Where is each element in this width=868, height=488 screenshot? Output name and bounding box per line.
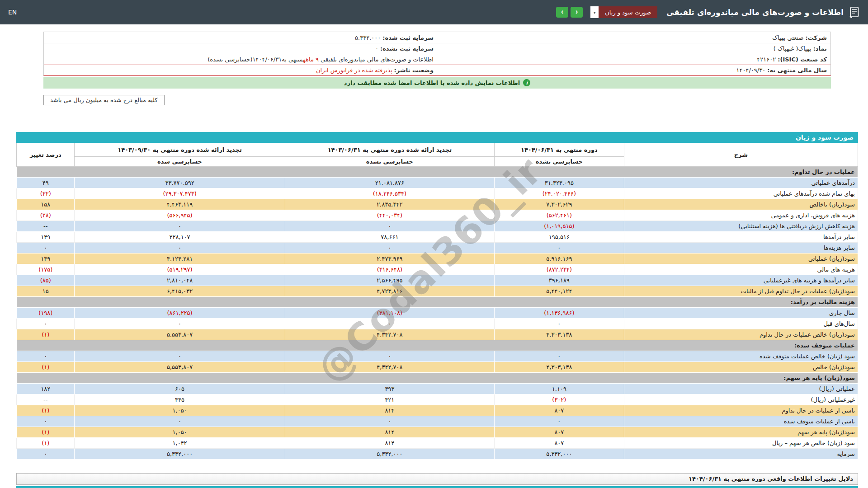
value-cell: ۰ bbox=[17, 449, 75, 460]
section-label: عملیات متوقف شده: bbox=[17, 340, 858, 351]
value-cell: ۰ bbox=[75, 319, 285, 329]
value-cell: ۰ bbox=[75, 221, 285, 232]
statement-row: سرمایه۵,۳۳۲,۰۰۰۵,۳۳۲,۰۰۰۵,۳۳۲,۰۰۰۰ bbox=[17, 449, 858, 460]
row-label: بهای تمام شده درآمدهای عملیاتی bbox=[624, 188, 858, 199]
value-cell: ۱۹۵,۵۱۶ bbox=[495, 232, 624, 243]
statement-row: سال‌های قبل۰۰۰۰ bbox=[17, 319, 858, 329]
signature-match-banner: i اطلاعات نمایش داده شده با اطلاعات امضا… bbox=[43, 77, 831, 89]
value-cell: (۴۴۰,۰۳۴) bbox=[285, 210, 494, 221]
value-cell: ۳۹۳ bbox=[285, 384, 494, 394]
statement-row: سود(زیان) عملیات در حال تداوم قبل از مال… bbox=[17, 286, 858, 297]
audit-status-restated-yearend: حسابرسی شده bbox=[75, 157, 285, 167]
statement-type-dropdown[interactable]: ▾ صورت سود و زیان bbox=[590, 6, 657, 18]
statement-row: ناشی از عملیات متوقف شده۰۰۰۰ bbox=[17, 416, 858, 427]
statement-report-icon bbox=[849, 6, 860, 18]
value-cell: ۰ bbox=[17, 351, 75, 362]
statement-row: ناشی از عملیات در حال تداوم۸۰۷۸۱۴۱,۰۵۰(۱… bbox=[17, 405, 858, 416]
company-info-row: کد صنعت (ISIC):۴۲۱۶۰۲اطلاعات و صورت‌های … bbox=[44, 54, 830, 65]
row-label: سایر درآمدها bbox=[624, 232, 858, 243]
statement-title: صورت سود و زیان bbox=[16, 132, 858, 143]
row-label: سال جاری bbox=[624, 308, 858, 319]
value-cell: ۱,۰۵۰ bbox=[75, 427, 285, 438]
row-label: ناشی از عملیات در حال تداوم bbox=[624, 405, 858, 416]
company-info-label: کد صنعت (ISIC): bbox=[778, 56, 827, 63]
value-cell: (۳۱۶,۶۴۸) bbox=[285, 264, 494, 275]
company-info-row: شرکت:صنعتي بهپاکسرمایه ثبت شده:۵,۳۳۲,۰۰۰ bbox=[44, 32, 830, 43]
row-label: هزینه های مالی bbox=[624, 264, 858, 275]
company-info-table: شرکت:صنعتي بهپاکسرمایه ثبت شده:۵,۳۳۲,۰۰۰… bbox=[43, 32, 831, 76]
statement-row: سال جاری(۱,۱۳۶,۹۸۶)(۳۸۱,۱۰۸)(۸۶۱,۲۲۵)(۱۹… bbox=[17, 308, 858, 319]
value-cell: ۸۰۷ bbox=[495, 438, 624, 449]
value-cell: ۴,۳۰۳,۱۳۸ bbox=[495, 362, 624, 373]
value-cell: ۸۰۷ bbox=[495, 427, 624, 438]
statement-row: سود (زیان) خالص عملیات متوقف شده۰۰۰۰ bbox=[17, 351, 858, 362]
value-cell: ۰ bbox=[75, 416, 285, 427]
value-cell: ۶,۴۱۵,۰۳۲ bbox=[75, 286, 285, 297]
statement-row: درآمدهای عملیاتی۳۱,۳۲۳,۰۹۵۲۱,۰۸۱,۸۷۶۳۳,۷… bbox=[17, 178, 858, 188]
company-info-cell: سرمایه ثبت شده:۵,۳۳۲,۰۰۰ bbox=[44, 34, 437, 41]
audit-status-restated-midyear: حسابرسی نشده bbox=[285, 157, 494, 167]
value-cell: (۵۶۲,۴۶۱) bbox=[495, 210, 624, 221]
company-info-label: سرمایه ثبت شده: bbox=[382, 34, 434, 41]
nav-back-button[interactable]: ‹ bbox=[556, 7, 568, 18]
value-cell: ۰ bbox=[285, 243, 494, 253]
row-label: سال‌های قبل bbox=[624, 319, 858, 329]
nav-forward-button[interactable]: › bbox=[571, 7, 583, 18]
company-info-cell: سال مالی منتهی به:۱۴۰۴/۰۹/۳۰ bbox=[437, 67, 830, 74]
row-label: ناشی از عملیات متوقف شده bbox=[624, 416, 858, 427]
value-cell: ۱,۰۵۰ bbox=[75, 405, 285, 416]
value-cell: ۴۴۵ bbox=[75, 394, 285, 405]
section-label: عملیات در حال تداوم: bbox=[17, 167, 858, 178]
value-cell: ۰ bbox=[495, 243, 624, 253]
next-section-bar bbox=[16, 486, 858, 488]
value-cell: ۰ bbox=[75, 351, 285, 362]
value-cell: ۷۸,۶۶۱ bbox=[285, 232, 494, 243]
row-label: سود(زیان) خالص عملیات در حال تداوم bbox=[624, 329, 858, 340]
value-cell: ۰ bbox=[495, 351, 624, 362]
row-label: سود (زیان) خالص هر سهم – ریال bbox=[624, 438, 858, 449]
company-info-cell: کد صنعت (ISIC):۴۲۱۶۰۲ bbox=[437, 56, 830, 63]
page-title: اطلاعات و صورت‌های مالی میاندوره‌ای تلفی… bbox=[666, 8, 844, 17]
info-icon: i bbox=[523, 79, 530, 86]
value-cell: (۸۷۲,۲۳۴) bbox=[495, 264, 624, 275]
section-row: هزینه مالیات بر درآمد: bbox=[17, 297, 858, 308]
statement-row: هزینه کاهش ارزش دریافتنی ها (هزینه استثن… bbox=[17, 221, 858, 232]
company-info-label: سرمایه ثبت نشده: bbox=[380, 45, 434, 52]
company-info-label: سال مالی منتهی به: bbox=[767, 67, 827, 74]
statement-row: سود(زیان) پایه هر سهم۸۰۷۸۱۴۱,۰۵۰(۱) bbox=[17, 427, 858, 438]
company-info-label: وضعیت ناشر: bbox=[394, 67, 434, 74]
statement-row: سود(زیان) خالص۴,۳۰۳,۱۳۸۴,۳۴۲,۷۰۸۵,۵۵۳,۸۰… bbox=[17, 362, 858, 373]
value-cell: ۶۰۵ bbox=[75, 384, 285, 394]
row-label: سایر درآمدها و هزینه های غیرعملیاتی bbox=[624, 275, 858, 286]
row-label: هزینه های فروش، اداری و عمومی bbox=[624, 210, 858, 221]
value-cell: (۲۹,۳۰۷,۴۷۳) bbox=[75, 188, 285, 199]
language-toggle[interactable]: EN bbox=[8, 9, 17, 16]
statement-row: بهای تمام شده درآمدهای عملیاتی(۲۴,۰۲۰,۴۶… bbox=[17, 188, 858, 199]
value-cell: -- bbox=[17, 394, 75, 405]
value-cell: ۳۳,۷۷۰,۵۹۲ bbox=[75, 178, 285, 188]
value-cell: ۳۹۶,۱۸۹ bbox=[495, 275, 624, 286]
company-info-row: سال مالی منتهی به:۱۴۰۴/۰۹/۳۰وضعیت ناشر:پ… bbox=[44, 65, 830, 75]
value-cell: ۰ bbox=[285, 221, 494, 232]
company-info-value: ۵,۳۳۲,۰۰۰ bbox=[355, 34, 381, 41]
value-cell: ۵,۵۵۳,۸۰۷ bbox=[75, 329, 285, 340]
value-cell: ۰ bbox=[495, 319, 624, 329]
value-cell: ۰ bbox=[285, 319, 494, 329]
value-cell: (۱) bbox=[17, 427, 75, 438]
statement-row: سایر درآمدها و هزینه های غیرعملیاتی۳۹۶,۱… bbox=[17, 275, 858, 286]
value-cell: ۱۴۹ bbox=[17, 232, 75, 243]
section-row: عملیات در حال تداوم: bbox=[17, 167, 858, 178]
value-cell: (۳۰۲) bbox=[495, 394, 624, 405]
value-cell: ۵,۵۵۳,۸۰۷ bbox=[75, 362, 285, 373]
divider bbox=[0, 119, 868, 119]
value-cell: (۳۲) bbox=[17, 188, 75, 199]
statement-row: سود(زیان) عملیاتی۵,۹۱۶,۱۶۹۲,۴۷۳,۹۶۹۴,۱۲۴… bbox=[17, 253, 858, 264]
value-cell: (۱) bbox=[17, 329, 75, 340]
col-header-period-restated-midyear: تجدید ارائه شده دوره منتهی به ۱۴۰۳/۰۶/۳۱ bbox=[285, 143, 494, 157]
value-cell: (۱,۰۱۹,۵۱۵) bbox=[495, 221, 624, 232]
col-header-description: شرح bbox=[624, 143, 858, 167]
statement-row: سایر هزینه‌ها۰۰۰۰ bbox=[17, 243, 858, 253]
value-cell: ۴,۱۲۴,۲۸۱ bbox=[75, 253, 285, 264]
company-info-value: ۰ bbox=[375, 45, 378, 52]
value-cell: (۸۵) bbox=[17, 275, 75, 286]
